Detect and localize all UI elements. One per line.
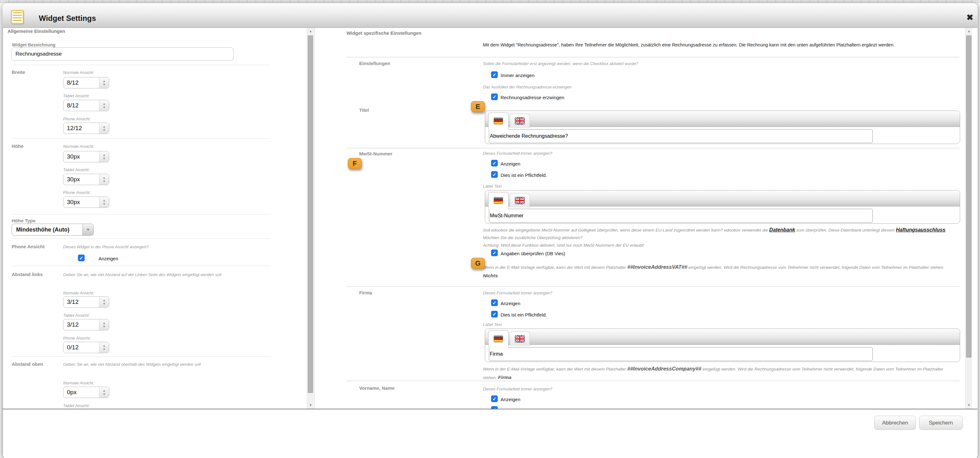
tab-english[interactable] <box>510 114 530 128</box>
spinner-down-icon[interactable]: ▼ <box>103 180 106 183</box>
spinner-value: 30px <box>64 153 99 160</box>
spinner-up-icon[interactable]: ▲ <box>103 153 106 156</box>
spinner-up-icon[interactable]: ▲ <box>103 299 106 302</box>
vat-verify-checkbox[interactable]: ✓ <box>491 249 498 256</box>
cancel-button[interactable]: Abbrechen <box>874 416 916 430</box>
marker-G: G <box>471 258 485 269</box>
select-dropdown-button[interactable]: ▼ <box>83 224 94 235</box>
save-button[interactable]: Speichern <box>919 416 963 430</box>
spinner-up-icon[interactable]: ▲ <box>103 199 106 202</box>
spinner-buttons[interactable]: ▲▼ <box>99 297 109 307</box>
dialog-title: Widget Settings <box>39 14 96 23</box>
company-hint: Dieses Formularfeld immer anzeigen? <box>483 290 552 295</box>
spinner-down-icon[interactable]: ▼ <box>103 157 106 160</box>
right-panel-scrollbar[interactable]: ▲ ▼ <box>965 28 972 409</box>
german-flag-icon <box>494 335 503 342</box>
spinner-up-icon[interactable]: ▲ <box>103 389 106 392</box>
margin-top-normal-spinner[interactable]: 0px ▲▼ <box>63 386 109 398</box>
tab-english[interactable] <box>510 193 530 207</box>
spinner-value: 12/12 <box>64 125 99 132</box>
always-show-checkbox[interactable]: ✓ <box>491 72 498 78</box>
width-tablet-spinner[interactable]: 8/12 ▲▼ <box>63 100 109 111</box>
spinner-down-icon[interactable]: ▼ <box>103 348 106 351</box>
margin-left-tablet-spinner[interactable]: 3/12 ▲▼ <box>63 319 109 330</box>
company-required-checkbox[interactable]: ✓ <box>491 311 498 318</box>
spinner-buttons[interactable]: ▲▼ <box>99 197 109 207</box>
disclaimer-link[interactable]: Haftungsausschluss <box>896 227 945 233</box>
phone-view-section-label: Phone Ansicht <box>12 244 45 249</box>
spinner-buttons[interactable]: ▲▼ <box>99 77 109 88</box>
margin-left-normal-spinner[interactable]: 3/12 ▲▼ <box>63 296 109 308</box>
spinner-value: 3/12 <box>64 321 99 328</box>
always-show-checkbox-label: Immer anzeigen <box>501 73 535 78</box>
title-section-label: Titel <box>359 107 369 113</box>
tab-german[interactable] <box>488 112 509 129</box>
spinner-up-icon[interactable]: ▲ <box>103 322 106 324</box>
vat-section-label: MwSt-Nummer <box>359 151 392 156</box>
spinner-buttons[interactable]: ▲▼ <box>99 342 109 353</box>
phone-view-checkbox[interactable]: ✓ <box>78 255 84 261</box>
tablet-view-label: Tablet Ansicht: <box>63 313 90 318</box>
spinner-buttons[interactable]: ▲▼ <box>99 151 109 162</box>
widget-description: Mit dem Widget "Rechnungsadresse", haben… <box>483 41 958 49</box>
scrollbar-thumb[interactable] <box>308 35 313 393</box>
title-text-input[interactable] <box>489 129 873 143</box>
spinner-down-icon[interactable]: ▼ <box>103 302 106 305</box>
close-icon[interactable]: ✖ <box>964 12 975 23</box>
spinner-up-icon[interactable]: ▲ <box>103 80 106 83</box>
scroll-down-icon[interactable]: ▼ <box>966 402 972 409</box>
name-required-checkbox-clipped[interactable]: ✓ <box>491 406 498 409</box>
spinner-value: 8/12 <box>64 102 99 109</box>
spinner-buttons[interactable]: ▲▼ <box>99 174 109 185</box>
spinner-up-icon[interactable]: ▲ <box>103 344 106 347</box>
width-phone-spinner[interactable]: 12/12 ▲▼ <box>63 123 109 134</box>
tab-german[interactable] <box>488 330 509 348</box>
scroll-up-icon[interactable]: ▲ <box>966 28 972 35</box>
tablet-view-label: Tablet Ansicht: <box>63 94 90 98</box>
spinner-down-icon[interactable]: ▼ <box>103 393 106 396</box>
database-link[interactable]: Datenbank <box>769 227 795 233</box>
vat-show-checkbox[interactable]: ✓ <box>491 160 498 166</box>
settings-hint-2: Das Ausfüllen der Rechnungsadresse erzwi… <box>483 85 571 89</box>
company-label-input[interactable] <box>489 347 873 361</box>
phone-view-label: Phone Ansicht: <box>63 190 91 195</box>
widget-name-input[interactable] <box>11 47 234 61</box>
vat-required-checkbox[interactable]: ✓ <box>491 171 498 178</box>
spinner-down-icon[interactable]: ▼ <box>103 203 106 205</box>
spinner-buttons[interactable]: ▲▼ <box>99 100 109 111</box>
height-type-select[interactable]: Mindesthöhe (Auto) ▼ <box>12 223 94 236</box>
spinner-value: 0/12 <box>64 344 99 351</box>
left-panel-scrollbar[interactable]: ▲ ▼ <box>307 28 314 409</box>
spinner-down-icon[interactable]: ▼ <box>103 129 106 131</box>
spinner-down-icon[interactable]: ▼ <box>103 106 106 109</box>
phone-view-label: Phone Ansicht: <box>63 336 91 340</box>
language-tabstrip <box>485 111 960 127</box>
scrollbar-thumb[interactable] <box>966 35 972 357</box>
normal-view-label: Normale Ansicht: <box>63 290 94 295</box>
spinner-up-icon[interactable]: ▲ <box>103 125 106 128</box>
height-phone-spinner[interactable]: 30px ▲▼ <box>63 196 109 208</box>
tab-english[interactable] <box>510 332 530 346</box>
height-tablet-spinner[interactable]: 30px ▲▼ <box>63 174 109 185</box>
scroll-up-icon[interactable]: ▲ <box>307 28 314 35</box>
spinner-buttons[interactable]: ▲▼ <box>99 123 109 134</box>
spinner-up-icon[interactable]: ▲ <box>103 102 106 105</box>
spinner-down-icon[interactable]: ▼ <box>103 325 106 328</box>
spinner-down-icon[interactable]: ▼ <box>103 83 106 86</box>
height-normal-spinner[interactable]: 30px ▲▼ <box>63 151 109 162</box>
scroll-down-icon[interactable]: ▼ <box>307 402 314 409</box>
spinner-buttons[interactable]: ▲▼ <box>99 387 109 398</box>
vat-label-input[interactable] <box>489 209 873 223</box>
footer-divider <box>3 409 977 409</box>
name-show-checkbox[interactable]: ✓ <box>491 396 498 402</box>
margin-left-phone-spinner[interactable]: 0/12 ▲▼ <box>63 342 109 353</box>
width-normal-spinner[interactable]: 8/12 ▲▼ <box>63 77 109 88</box>
spinner-up-icon[interactable]: ▲ <box>103 176 106 179</box>
force-invoice-address-checkbox[interactable]: ✓ <box>491 94 498 100</box>
spinner-buttons[interactable]: ▲▼ <box>99 319 109 330</box>
tab-german[interactable] <box>488 192 509 209</box>
divider <box>13 138 271 139</box>
company-required-checkbox-label: Dies ist ein Pflichtfeld. <box>501 312 547 318</box>
german-flag-icon <box>494 197 503 204</box>
company-show-checkbox[interactable]: ✓ <box>491 300 498 306</box>
